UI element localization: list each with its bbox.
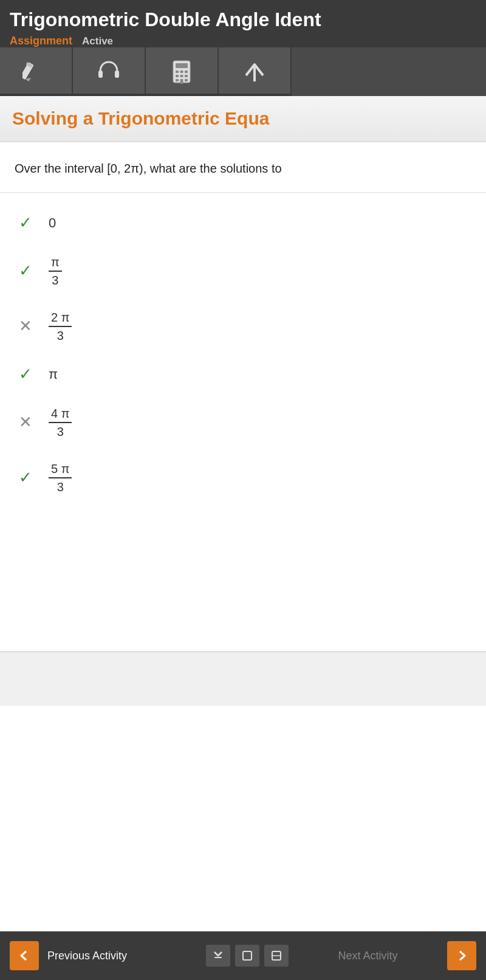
answer-row-1: ✓ π 3 — [15, 243, 471, 298]
answer-row-2: ✕ 2 π 3 — [15, 298, 471, 354]
answer-icon-4: ✕ — [15, 413, 36, 432]
svg-rect-6 — [176, 63, 188, 68]
svg-rect-10 — [176, 75, 179, 77]
status-label: Active — [82, 35, 113, 47]
previous-activity-button[interactable] — [10, 941, 39, 970]
upload-tool-button[interactable] — [219, 47, 292, 96]
page-header: Trigonometric Double Angle Ident Assignm… — [0, 0, 486, 47]
next-activity-label: Next Activity — [289, 950, 447, 962]
answer-row-3: ✓ π — [15, 354, 471, 395]
fraction-2pi-3: 2 π 3 — [49, 310, 72, 343]
answer-value-1: π 3 — [49, 254, 62, 288]
section-title: Solving a Trigonometric Equa — [12, 108, 474, 129]
answer-value-4: 4 π 3 — [49, 405, 72, 439]
answer-row-0: ✓ 0 — [15, 202, 471, 243]
svg-rect-13 — [176, 79, 179, 81]
svg-rect-18 — [243, 951, 252, 960]
previous-activity-label: Previous Activity — [39, 950, 206, 962]
answer-icon-5: ✓ — [15, 468, 36, 487]
answer-row-4: ✕ 4 π 3 — [15, 395, 471, 450]
answer-value-0: 0 — [49, 215, 56, 231]
bottom-icon-button-1[interactable] — [206, 945, 230, 967]
bottom-icon-button-3[interactable] — [264, 945, 289, 967]
question-text: Over the interval [0, 2π), what are the … — [15, 159, 471, 178]
svg-rect-12 — [185, 75, 188, 77]
headphone-tool-button[interactable] — [73, 47, 146, 96]
header-meta: Assignment Active — [10, 31, 476, 47]
svg-rect-17 — [214, 957, 222, 958]
bottom-icon-button-2[interactable] — [235, 945, 259, 967]
assignment-label: Assignment — [10, 35, 72, 47]
bottom-navigation-bar: Previous Activity Next Activity — [0, 931, 486, 980]
bottom-icons — [206, 945, 289, 967]
svg-rect-8 — [180, 71, 183, 73]
svg-rect-15 — [185, 79, 188, 81]
answer-value-3: π — [49, 367, 58, 382]
calculator-tool-button[interactable] — [146, 47, 219, 96]
answer-icon-2: ✕ — [15, 317, 36, 336]
svg-rect-9 — [185, 71, 188, 73]
next-activity-button[interactable] — [447, 941, 476, 970]
svg-rect-3 — [98, 71, 103, 78]
question-area: Over the interval [0, 2π), what are the … — [0, 142, 486, 193]
toolbar — [0, 47, 486, 96]
svg-rect-4 — [115, 71, 119, 78]
answers-area: ✓ 0 ✓ π 3 ✕ 2 π 3 ✓ — [0, 193, 486, 530]
answer-icon-0: ✓ — [15, 213, 36, 232]
answer-value-5: 5 π 3 — [49, 461, 72, 494]
fraction-4pi-3: 4 π 3 — [49, 406, 72, 439]
svg-rect-7 — [176, 71, 179, 73]
content-area: Solving a Trigonometric Equa Over the in… — [0, 96, 486, 730]
page-title: Trigonometric Double Angle Ident — [10, 9, 476, 31]
fraction-5pi-3: 5 π 3 — [49, 461, 72, 494]
answer-row-5: ✓ 5 π 3 — [15, 450, 471, 505]
answer-icon-1: ✓ — [15, 261, 36, 280]
svg-rect-14 — [180, 79, 183, 84]
fraction-pi-3: π 3 — [49, 255, 62, 288]
section-title-bar: Solving a Trigonometric Equa — [0, 96, 486, 142]
answer-value-2: 2 π 3 — [49, 309, 72, 343]
svg-rect-11 — [180, 75, 183, 77]
pencil-tool-button[interactable] — [0, 47, 73, 96]
gray-section — [0, 651, 486, 706]
answer-icon-3: ✓ — [15, 365, 36, 384]
svg-marker-1 — [26, 78, 31, 81]
